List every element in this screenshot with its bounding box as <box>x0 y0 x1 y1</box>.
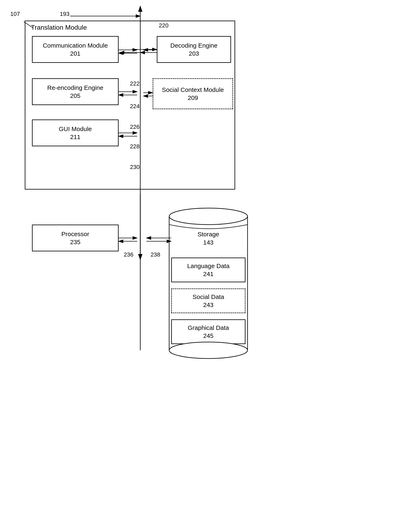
reencoding-number: 205 <box>70 92 80 100</box>
communication-module-box: Communication Module 201 <box>32 36 119 63</box>
reencoding-engine-box: Re-encoding Engine 205 <box>32 78 119 105</box>
ref-220: 220 <box>159 22 169 29</box>
storage-label: Storage <box>169 231 248 238</box>
social-context-box: Social Context Module 209 <box>153 78 233 109</box>
ref-193: 193 <box>60 11 69 17</box>
reencoding-title: Re-encoding Engine <box>47 84 103 92</box>
decoding-engine-box: Decoding Engine 203 <box>157 36 231 63</box>
ref-230: 230 <box>130 164 140 170</box>
decoding-number: 203 <box>189 50 199 57</box>
ref-224: 224 <box>130 103 140 110</box>
translation-module-label: Translation Module <box>31 24 87 31</box>
social-context-number: 209 <box>188 94 198 102</box>
processor-box: Processor 235 <box>32 225 119 251</box>
social-data-number: 243 <box>203 301 213 309</box>
gui-number: 211 <box>70 133 80 141</box>
svg-point-19 <box>169 208 248 225</box>
language-data-box: Language Data 241 <box>171 258 245 282</box>
ref-228: 228 <box>130 143 140 150</box>
graphical-data-box: Graphical Data 245 <box>171 319 245 344</box>
gui-title: GUI Module <box>59 125 92 133</box>
social-context-title: Social Context Module <box>162 86 224 94</box>
ref-107: 107 <box>10 11 20 17</box>
processor-number: 235 <box>70 238 80 246</box>
processor-title: Processor <box>61 230 89 238</box>
ref-222: 222 <box>130 80 140 87</box>
ref-236: 236 <box>124 251 134 258</box>
graphical-data-number: 245 <box>203 332 213 340</box>
graphical-data-title: Graphical Data <box>188 324 229 332</box>
language-data-number: 241 <box>203 270 213 278</box>
diagram-container: 107 193 Translation Module Communication… <box>0 0 394 532</box>
decoding-title: Decoding Engine <box>170 41 218 50</box>
social-data-box: Social Data 243 <box>171 289 245 313</box>
comm-module-title: Communication Module <box>43 41 108 50</box>
social-data-title: Social Data <box>192 293 224 301</box>
gui-module-box: GUI Module 211 <box>32 120 119 146</box>
ref-238: 238 <box>150 251 160 258</box>
ref-226: 226 <box>130 124 140 130</box>
svg-point-22 <box>169 342 248 359</box>
comm-module-number: 201 <box>70 50 80 57</box>
language-data-title: Language Data <box>187 262 229 270</box>
storage-number: 143 <box>169 239 248 246</box>
